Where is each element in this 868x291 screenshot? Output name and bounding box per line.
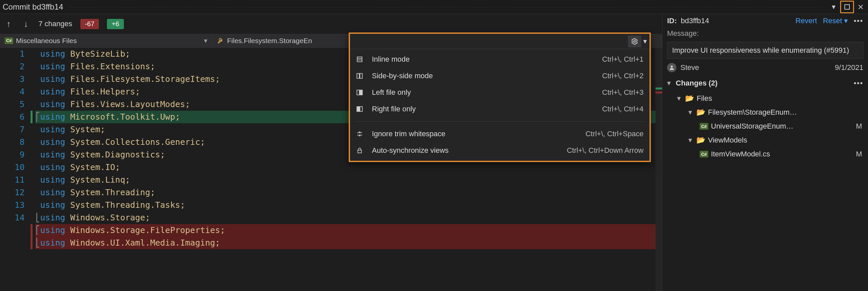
menu-item-inline-mode[interactable]: Inline modeCtrl+\, Ctrl+1	[350, 51, 650, 68]
commit-date: 9/1/2021	[835, 63, 863, 72]
dropdown-icon[interactable]: ▾	[829, 2, 838, 11]
svg-rect-7	[357, 74, 359, 78]
maximize-highlight	[840, 1, 854, 13]
line-number: 12	[0, 186, 25, 199]
caret-down-icon[interactable]: ▾	[667, 79, 673, 87]
tab-label: Files.Filesystem.StorageEn	[227, 37, 312, 45]
revert-button[interactable]: Revert	[795, 16, 817, 25]
menu-item-shortcut: Ctrl+\, Ctrl+Down Arrow	[567, 146, 644, 155]
line-number: 6	[0, 111, 25, 123]
line-number: 7	[0, 123, 25, 136]
chevron-down-icon[interactable]: ▾	[204, 37, 208, 45]
svg-point-3	[633, 40, 636, 42]
diff-settings-menu: ▾ Inline modeCtrl+\, Ctrl+1Side-by-side …	[349, 33, 651, 162]
tree-label: ItemViewModel.cs	[711, 150, 770, 158]
line-number: 1	[0, 48, 25, 60]
menu-item-right-file-only[interactable]: Right file onlyCtrl+\, Ctrl+4	[350, 101, 650, 117]
tree-file-itemviewmodel[interactable]: C# ItemViewModel.cs M	[669, 147, 863, 161]
diff-marker	[31, 73, 35, 85]
line-number: 13	[0, 199, 25, 212]
leftfile-icon	[356, 89, 365, 96]
commit-details-panel: ID: bd3ffb14 Revert Reset ▾ ••• Message:…	[662, 14, 868, 291]
author-name: Steve	[680, 63, 699, 72]
folder-icon: 📂	[696, 136, 705, 145]
commit-toolbar: ↑ ↓ 7 changes -67 +6	[0, 14, 662, 34]
menu-item-shortcut: Ctrl+\, Ctrl+1	[602, 55, 644, 64]
diff-marker	[31, 174, 35, 186]
added-badge: +6	[107, 19, 124, 29]
diff-marker	[31, 186, 35, 199]
tab-misc-files[interactable]: C# Miscellaneous Files ▾	[0, 34, 213, 47]
gear-icon[interactable]	[628, 35, 641, 47]
chevron-down-icon[interactable]: ▾	[643, 37, 647, 46]
menu-item-left-file-only[interactable]: Left file onlyCtrl+\, Ctrl+3	[350, 84, 650, 101]
line-number	[0, 237, 25, 249]
svg-rect-12	[360, 107, 362, 112]
line-gutter: 1234567891011121314	[0, 48, 31, 291]
inline-icon	[356, 56, 365, 63]
menu-item-label: Left file only	[372, 88, 595, 97]
tree-folder-viewmodels[interactable]: ▾ 📂 ViewModels	[669, 133, 863, 147]
trim-icon	[356, 130, 365, 138]
svg-rect-15	[358, 150, 362, 153]
more-actions-icon[interactable]: •••	[854, 16, 863, 25]
caret-down-icon: ▾	[677, 94, 682, 103]
caret-down-icon: ▾	[688, 136, 694, 145]
commit-id: bd3ffb14	[681, 16, 709, 25]
menu-item-label: Side-by-side mode	[372, 72, 595, 80]
maximize-icon[interactable]	[842, 2, 852, 11]
line-number: 9	[0, 148, 25, 161]
diff-marker	[31, 212, 35, 224]
code-line: using System.Threading;	[35, 186, 655, 199]
settings-menu-header: ▾	[350, 34, 650, 49]
tree-label: Files	[697, 94, 712, 103]
csharp-icon: C#	[700, 123, 708, 130]
window-title: Commit bd3ffb14	[3, 2, 63, 11]
code-line: ⎣using Windows.Storage;	[35, 212, 655, 224]
menu-item-label: Inline mode	[372, 55, 595, 64]
close-icon[interactable]	[856, 2, 865, 11]
menu-item-shortcut: Ctrl+\, Ctrl+2	[602, 72, 644, 80]
menu-item-label: Ignore trim whitespace	[372, 130, 578, 138]
csharp-icon: C#	[700, 151, 708, 157]
code-line: ⎡using Windows.Storage.FileProperties;	[35, 224, 655, 237]
tree-folder-filesystem[interactable]: ▾ 📂 Filesystem\StorageEnum…	[669, 105, 863, 119]
code-line: ⎣using Windows.UI.Xaml.Media.Imaging;	[35, 237, 655, 249]
tree-folder-files[interactable]: ▾ 📂 Files	[669, 92, 863, 105]
svg-point-16	[671, 66, 673, 68]
code-line: using System.IO;	[35, 161, 655, 174]
menu-item-auto-synchronize-views[interactable]: Auto-synchronize viewsCtrl+\, Ctrl+Down …	[350, 142, 650, 159]
message-label: Message:	[667, 29, 863, 38]
title-bar: Commit bd3ffb14 ▾	[0, 0, 868, 14]
changes-tree: ▾ 📂 Files ▾ 📂 Filesystem\StorageEnum… C#…	[669, 92, 863, 161]
menu-item-label: Auto-synchronize views	[372, 146, 560, 155]
menu-item-shortcut: Ctrl+\, Ctrl+3	[602, 88, 644, 97]
line-number: 8	[0, 136, 25, 148]
diff-marker	[31, 60, 35, 73]
menu-item-side-by-side-mode[interactable]: Side-by-side modeCtrl+\, Ctrl+2	[350, 68, 650, 84]
reset-button[interactable]: Reset ▾	[823, 16, 848, 25]
menu-separator	[354, 121, 645, 122]
commit-message: Improve UI responsiveness while enumerat…	[667, 42, 863, 59]
svg-rect-8	[360, 74, 362, 78]
file-status: M	[856, 150, 863, 158]
minimap[interactable]	[655, 48, 662, 291]
minimap-added-marker	[655, 87, 662, 89]
tree-file-universalstorage[interactable]: C# UniversalStorageEnum… M	[669, 119, 863, 133]
editor-pane: ↑ ↓ 7 changes -67 +6 C# Miscellaneous Fi…	[0, 14, 662, 291]
svg-rect-0	[845, 5, 849, 9]
caret-down-icon: ▾	[688, 108, 694, 117]
next-change-icon[interactable]: ↓	[21, 19, 31, 29]
prev-change-icon[interactable]: ↑	[4, 19, 13, 29]
diff-marker	[31, 123, 35, 136]
grip-area	[68, 6, 824, 8]
folder-icon: 📂	[685, 94, 694, 103]
line-number	[0, 224, 25, 237]
tree-label: Filesystem\StorageEnum…	[708, 108, 797, 117]
menu-item-ignore-trim-whitespace[interactable]: Ignore trim whitespaceCtrl+\, Ctrl+Space	[350, 125, 650, 142]
file-status: M	[856, 122, 863, 131]
svg-rect-9	[357, 90, 359, 95]
changes-more-icon[interactable]: •••	[854, 79, 863, 87]
minimap-deleted-marker	[655, 92, 662, 94]
svg-rect-11	[357, 107, 359, 112]
